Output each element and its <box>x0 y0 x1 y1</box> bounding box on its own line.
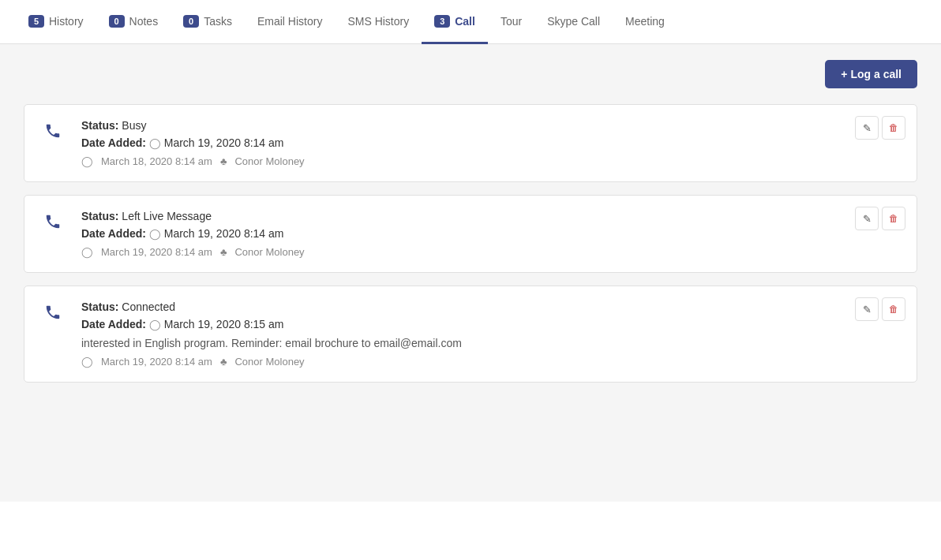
tab-label-notes: Notes <box>129 15 159 28</box>
delete-icon-1: 🗑 <box>889 213 898 224</box>
footer-person-icon-2: ♣ <box>220 356 227 368</box>
tab-badge-notes: 0 <box>109 15 125 28</box>
phone-icon-0 <box>40 122 66 140</box>
call-date-added-0: Date Added: ◯ March 19, 2020 8:14 am <box>81 136 901 149</box>
footer-date-2: March 19, 2020 8:14 am <box>101 356 212 368</box>
tab-badge-call: 3 <box>434 15 450 28</box>
footer-clock-icon-1: ◯ <box>81 246 93 258</box>
card-actions-1: ✎🗑 <box>855 207 905 230</box>
footer-clock-icon-0: ◯ <box>81 155 93 167</box>
tab-label-meeting: Meeting <box>625 15 665 28</box>
date-added-clock-icon-1: ◯ <box>149 228 161 240</box>
tab-label-tasks: Tasks <box>204 15 232 28</box>
call-body-0: Status: BusyDate Added: ◯ March 19, 2020… <box>81 119 901 167</box>
edit-button-1[interactable]: ✎ <box>855 207 879 230</box>
delete-button-0[interactable]: 🗑 <box>882 116 905 140</box>
status-value-1: Left Live Message <box>122 210 212 222</box>
date-added-label-2: Date Added: <box>81 318 146 330</box>
tab-label-email-history: Email History <box>257 15 322 28</box>
call-body-2: Status: ConnectedDate Added: ◯ March 19,… <box>81 301 901 368</box>
edit-icon-1: ✎ <box>863 213 872 225</box>
delete-icon-0: 🗑 <box>889 122 898 133</box>
call-body-1: Status: Left Live MessageDate Added: ◯ M… <box>81 210 901 258</box>
tab-sms-history[interactable]: SMS History <box>335 1 422 44</box>
tab-meeting[interactable]: Meeting <box>613 1 677 44</box>
phone-icon-1 <box>40 213 66 230</box>
date-added-clock-icon-0: ◯ <box>149 137 161 149</box>
card-actions-2: ✎🗑 <box>855 297 905 321</box>
date-added-value-2: March 19, 2020 8:15 am <box>164 318 284 330</box>
footer-person-0: Conor Moloney <box>234 155 304 167</box>
footer-person-icon-0: ♣ <box>220 155 227 167</box>
status-label-0: Status: <box>81 119 118 132</box>
footer-date-0: March 18, 2020 8:14 am <box>101 155 212 167</box>
tab-label-call: Call <box>455 15 475 28</box>
tab-skype-call[interactable]: Skype Call <box>534 1 613 44</box>
call-status-0: Status: Busy <box>81 119 901 132</box>
tab-label-tour: Tour <box>500 15 522 28</box>
tab-call[interactable]: 3Call <box>422 1 488 44</box>
status-label-2: Status: <box>81 301 118 313</box>
edit-button-2[interactable]: ✎ <box>855 297 879 321</box>
tab-navigation: 5History0Notes0TasksEmail HistorySMS His… <box>0 0 941 44</box>
delete-button-1[interactable]: 🗑 <box>882 207 905 230</box>
footer-date-1: March 19, 2020 8:14 am <box>101 246 212 258</box>
footer-person-icon-1: ♣ <box>220 246 227 258</box>
call-footer-1: ◯ March 19, 2020 8:14 am ♣ Conor Moloney <box>81 246 901 258</box>
call-note-2: interested in English program. Reminder:… <box>81 337 901 349</box>
date-added-value-0: March 19, 2020 8:14 am <box>164 136 284 149</box>
call-date-added-2: Date Added: ◯ March 19, 2020 8:15 am <box>81 318 901 330</box>
call-date-added-1: Date Added: ◯ March 19, 2020 8:14 am <box>81 227 901 240</box>
edit-icon-0: ✎ <box>863 122 872 134</box>
tab-notes[interactable]: 0Notes <box>96 1 171 44</box>
footer-person-2: Conor Moloney <box>234 356 304 368</box>
tab-tour[interactable]: Tour <box>488 1 534 44</box>
edit-icon-2: ✎ <box>863 304 872 315</box>
calls-list: Status: BusyDate Added: ◯ March 19, 2020… <box>24 104 917 383</box>
call-status-1: Status: Left Live Message <box>81 210 901 222</box>
date-added-clock-icon-2: ◯ <box>149 319 161 330</box>
date-added-label-1: Date Added: <box>81 227 146 240</box>
call-footer-0: ◯ March 18, 2020 8:14 am ♣ Conor Moloney <box>81 155 901 167</box>
tab-email-history[interactable]: Email History <box>245 1 335 44</box>
call-card-1: Status: Left Live MessageDate Added: ◯ M… <box>24 195 917 273</box>
status-label-1: Status: <box>81 210 118 222</box>
call-card-0: Status: BusyDate Added: ◯ March 19, 2020… <box>24 104 917 182</box>
tab-history[interactable]: 5History <box>16 1 96 44</box>
call-status-2: Status: Connected <box>81 301 901 313</box>
tab-badge-history: 5 <box>28 15 44 28</box>
phone-icon-2 <box>40 304 66 321</box>
tab-tasks[interactable]: 0Tasks <box>171 1 245 44</box>
action-bar: + Log a call <box>24 60 917 88</box>
tab-badge-tasks: 0 <box>183 15 199 28</box>
date-added-value-1: March 19, 2020 8:14 am <box>164 227 284 240</box>
status-value-0: Busy <box>122 119 146 132</box>
status-value-2: Connected <box>122 301 175 313</box>
date-added-label-0: Date Added: <box>81 136 146 149</box>
content-area: + Log a call Status: BusyDate Added: ◯ M… <box>0 44 941 502</box>
call-footer-2: ◯ March 19, 2020 8:14 am ♣ Conor Moloney <box>81 356 901 368</box>
delete-button-2[interactable]: 🗑 <box>882 297 905 321</box>
footer-person-1: Conor Moloney <box>234 246 304 258</box>
main-container: 5History0Notes0TasksEmail HistorySMS His… <box>0 0 941 560</box>
log-call-button[interactable]: + Log a call <box>825 60 917 88</box>
footer-clock-icon-2: ◯ <box>81 356 93 368</box>
edit-button-0[interactable]: ✎ <box>855 116 879 140</box>
call-card-2: Status: ConnectedDate Added: ◯ March 19,… <box>24 286 917 383</box>
tab-label-sms-history: SMS History <box>347 15 409 28</box>
tab-label-skype-call: Skype Call <box>547 15 600 28</box>
card-actions-0: ✎🗑 <box>855 116 905 140</box>
delete-icon-2: 🗑 <box>889 304 898 315</box>
tab-label-history: History <box>49 15 84 28</box>
